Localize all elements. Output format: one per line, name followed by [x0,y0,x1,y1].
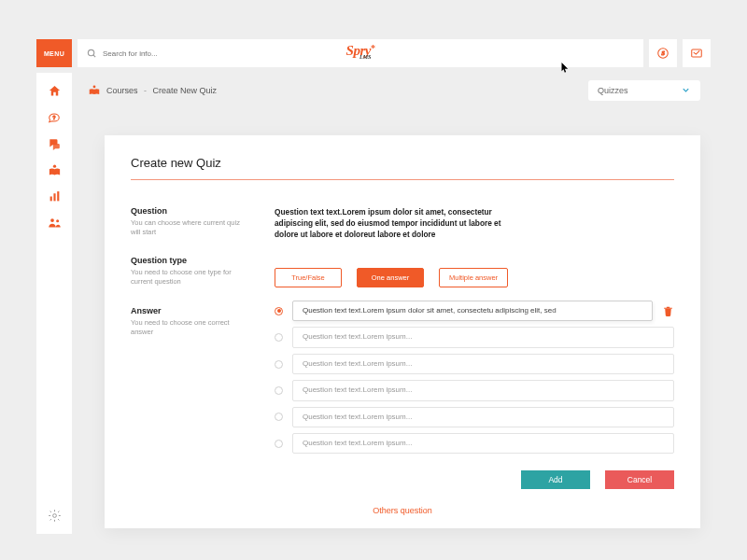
breadcrumb-icon [88,84,101,97]
question-label: Question [131,206,254,216]
type-label: Question type [131,256,254,265]
breadcrumb: Courses - Create New Quiz [106,86,217,95]
panel-title: Create new Quiz [131,156,674,170]
answer-radio[interactable] [275,413,283,421]
answer-row: Question text text.Lorem ipsum dolor sit… [275,301,674,321]
svg-point-11 [56,219,59,222]
others-question-link[interactable]: Others question [373,506,432,515]
stats-icon[interactable] [49,190,61,203]
type-oneanswer[interactable]: One answer [357,268,424,287]
answer-input[interactable]: Question text text.Lorem ipsum... [292,407,674,427]
question-type-group: True/False One answer Multiple answer [275,268,674,287]
svg-rect-7 [49,197,51,202]
search-icon [87,49,97,59]
answer-radio[interactable] [275,333,283,342]
type-hint: You need to choose one type for current … [131,268,243,287]
quiz-panel: Create new Quiz Question You can choose … [105,135,700,528]
answer-label: Answer [131,306,254,315]
answer-input[interactable]: Question text text.Lorem ipsum... [292,327,674,347]
chat-icon[interactable] [48,137,61,150]
header-action-2[interactable] [683,39,711,67]
breadcrumb-root[interactable]: Courses [106,86,138,95]
svg-point-10 [50,218,54,222]
answer-radio[interactable] [275,440,283,448]
svg-point-6 [52,165,55,168]
breadcrumb-current: Create New Quiz [153,86,218,95]
add-button[interactable]: Add [521,470,590,489]
cancel-button[interactable]: Cancel [605,470,674,489]
answer-row: Question text text.Lorem ipsum... [275,433,674,454]
answer-hint: You need to choose one correct answer [131,318,243,337]
help-icon[interactable]: ? [48,111,61,124]
answer-input[interactable]: Question text text.Lorem ipsum... [292,354,674,374]
type-truefalse[interactable]: True/False [275,268,342,287]
svg-point-12 [52,514,56,518]
divider [131,179,674,180]
svg-text:?: ? [53,115,56,120]
home-icon[interactable] [48,84,62,98]
answer-row: Question text text.Lorem ipsum... [275,380,674,400]
answer-radio[interactable] [275,386,283,395]
answer-input[interactable]: Question text text.Lorem ipsum... [292,433,674,454]
svg-rect-8 [53,193,55,201]
question-hint: You can choose where current quiz will s… [131,218,243,237]
svg-rect-9 [57,191,59,201]
svg-line-1 [93,54,95,56]
svg-point-0 [88,49,93,55]
menu-button[interactable]: MENU [36,39,72,67]
type-multiple[interactable]: Multiple answer [439,268,508,287]
answer-radio[interactable] [275,360,283,369]
answers-list: Question text text.Lorem ipsum dolor sit… [275,301,674,454]
courses-icon[interactable] [48,163,62,177]
answer-row: Question text text.Lorem ipsum... [275,407,674,427]
search-bar: Spry* LMS [78,39,643,67]
svg-text:S: S [661,49,665,56]
question-text: Question text text.Lorem ipsum dolor sit… [275,206,517,240]
brand-logo: Spry* LMS [346,47,375,60]
header-action-1[interactable]: S [649,39,677,67]
answer-row: Question text text.Lorem ipsum... [275,354,674,374]
svg-point-13 [93,86,96,89]
trash-icon[interactable] [662,305,674,317]
users-icon[interactable] [48,216,62,230]
category-dropdown[interactable]: Quizzes [588,80,700,101]
answer-input[interactable]: Question text text.Lorem ipsum dolor sit… [292,301,653,321]
answer-radio[interactable] [275,307,283,315]
dropdown-selected: Quizzes [598,86,628,95]
chevron-down-icon [681,85,691,97]
answer-input[interactable]: Question text text.Lorem ipsum... [292,380,674,400]
sidebar: ? [36,73,72,534]
answer-row: Question text text.Lorem ipsum... [275,327,674,347]
gear-icon[interactable] [48,509,62,523]
